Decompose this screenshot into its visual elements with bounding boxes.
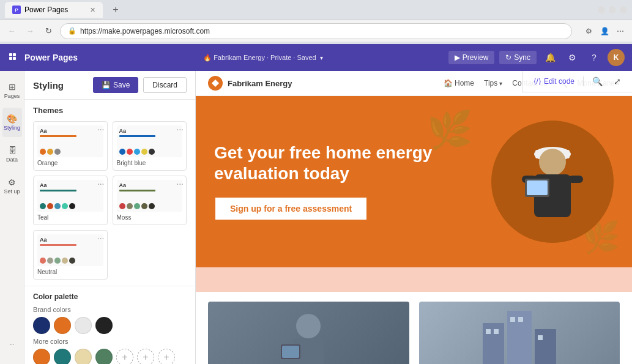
browser-tab[interactable]: P Power Pages ✕ (5, 2, 103, 18)
maximize-btn[interactable] (609, 6, 616, 13)
theme-dot (141, 203, 147, 209)
sync-label: Sync (514, 53, 530, 62)
hero-title: Get your free home energy evaluation tod… (214, 143, 434, 184)
divider (583, 76, 584, 86)
settings-btn[interactable]: ⚙ (563, 49, 581, 66)
sidebar-item-data[interactable]: 🗄 Data (2, 139, 22, 169)
hero-cta-button[interactable]: Sign up for a free assessment (214, 196, 368, 221)
theme-dot (47, 258, 53, 264)
add-more-color-3[interactable]: + (158, 349, 175, 364)
expand-btn[interactable]: ⤢ (609, 75, 626, 88)
waffle-icon[interactable] (7, 51, 20, 64)
theme-more-teal[interactable]: ··· (97, 179, 105, 188)
theme-more-orange[interactable]: ··· (97, 124, 105, 134)
setup-icon: ⚙ (8, 177, 16, 187)
main-layout: ⊞ Pages 🎨 Styling 🗄 Data ⚙ Set up ··· St… (0, 71, 632, 364)
browser-tab-icon: P (12, 6, 21, 14)
theme-card-bright-blue[interactable]: Aa Bright blue ··· (113, 121, 187, 171)
forward-btn[interactable]: → (23, 24, 37, 38)
theme-card-teal[interactable]: Aa Teal ··· (33, 176, 108, 225)
browser-chrome: P Power Pages ✕ + ← → ↻ 🔒 https://make.p… (0, 0, 632, 44)
brand-colors-label: Brand colors (33, 306, 187, 313)
themes-section: Themes Aa Orange ··· (24, 100, 195, 286)
app-logo: Power Pages (7, 51, 78, 64)
theme-more-bright-blue[interactable]: ··· (176, 124, 184, 134)
user-avatar[interactable]: K (608, 49, 625, 66)
theme-card-neutral[interactable]: Aa Neutral ··· (33, 230, 108, 280)
close-window-btn[interactable] (620, 6, 627, 13)
data-label: Data (6, 157, 18, 163)
svg-rect-24 (538, 335, 543, 340)
add-more-color-1[interactable]: + (116, 349, 133, 364)
sidebar-more-btn[interactable]: ··· (2, 330, 22, 359)
theme-line (40, 190, 76, 191)
theme-dot (47, 149, 53, 155)
svg-point-7 (539, 149, 566, 176)
fabrikam-energy-label: 🔥 Fabrikam Energy · Private · Saved (203, 54, 316, 62)
preview-icon: ▶ (455, 53, 460, 62)
menu-btn[interactable]: ⋯ (614, 24, 627, 38)
browser-nav: ← → ↻ 🔒 https://make.powerpages.microsof… (0, 20, 632, 42)
zoom-out-btn[interactable]: 🔍 (587, 75, 608, 88)
add-more-color-2[interactable]: + (137, 349, 154, 364)
discard-button[interactable]: Discard (143, 77, 187, 93)
nav-home[interactable]: 🏠 Home (444, 79, 474, 87)
save-button[interactable]: 💾 Save (93, 77, 138, 93)
theme-card-orange[interactable]: Aa Orange ··· (33, 121, 108, 171)
more-color-3[interactable] (75, 349, 92, 364)
theme-preview-neutral: Aa (37, 234, 103, 266)
theme-preview-bright-blue: Aa (117, 125, 183, 157)
brand-color-dark-blue[interactable] (33, 317, 50, 334)
sidebar-item-setup[interactable]: ⚙ Set up (2, 171, 22, 201)
theme-dot (62, 258, 68, 264)
more-color-1[interactable] (33, 349, 50, 364)
profile-btn[interactable]: 👤 (598, 24, 611, 38)
more-color-2[interactable] (54, 349, 71, 364)
theme-preview-teal: Aa (37, 180, 103, 212)
preview-area: ⟨/⟩ Edit code 🔍 ⤢ Fabrikam Energy (196, 71, 632, 364)
theme-card-moss[interactable]: Aa Moss ··· (113, 176, 187, 225)
theme-more-moss[interactable]: ··· (176, 179, 184, 188)
preview-toolbar: ⟨/⟩ Edit code 🔍 ⤢ (522, 71, 632, 92)
svg-rect-16 (282, 346, 299, 358)
theme-dot (149, 203, 155, 209)
theme-more-neutral[interactable]: ··· (97, 233, 105, 243)
back-btn[interactable]: ← (5, 24, 18, 38)
palette-title: Color palette (33, 292, 187, 301)
pages-icon: ⊞ (9, 82, 16, 92)
refresh-btn[interactable]: ↻ (42, 24, 55, 38)
app-bar-right: ▶ Preview ↻ Sync 🔔 ⚙ ? K (448, 49, 625, 66)
app-bar: Power Pages 🔥 Fabrikam Energy · Private … (0, 44, 632, 71)
preview-label: Preview (463, 53, 489, 62)
help-btn[interactable]: ? (586, 49, 603, 66)
address-bar[interactable]: 🔒 https://make.powerpages.microsoft.com (60, 23, 572, 39)
preview-btn[interactable]: ▶ Preview (448, 51, 495, 64)
brand-color-dark[interactable] (95, 317, 113, 334)
new-tab-btn[interactable]: + (109, 3, 122, 17)
theme-name-orange: Orange (37, 160, 103, 166)
sidebar-item-pages[interactable]: ⊞ Pages (2, 76, 22, 105)
nav-tips[interactable]: Tips ▾ (484, 79, 502, 87)
app-bar-center: 🔥 Fabrikam Energy · Private · Saved ▾ (84, 54, 442, 62)
tips-chevron: ▾ (499, 80, 502, 87)
theme-dot (119, 149, 125, 155)
save-label: Save (113, 81, 130, 89)
notifications-btn[interactable]: 🔔 (541, 49, 559, 66)
edit-code-btn[interactable]: ⟨/⟩ Edit code (529, 75, 579, 87)
site-logo: Fabrikam Energy (208, 76, 292, 91)
sync-btn[interactable]: ↻ Sync (499, 51, 537, 64)
themes-title: Themes (33, 106, 187, 115)
theme-name-neutral: Neutral (37, 269, 103, 275)
hero-person-image (491, 121, 614, 243)
tab-close-btn[interactable]: ✕ (90, 6, 95, 14)
brand-color-orange[interactable] (54, 317, 71, 334)
more-icon: ··· (10, 341, 15, 347)
sidebar-item-styling[interactable]: 🎨 Styling (2, 108, 22, 137)
brand-color-light-gray[interactable] (75, 317, 92, 334)
extensions-btn[interactable]: ⚙ (582, 24, 595, 38)
minimize-btn[interactable] (598, 6, 605, 13)
dropdown-chevron[interactable]: ▾ (320, 54, 323, 61)
theme-dot (62, 203, 68, 209)
theme-dot (127, 149, 133, 155)
more-color-4[interactable] (95, 349, 113, 364)
